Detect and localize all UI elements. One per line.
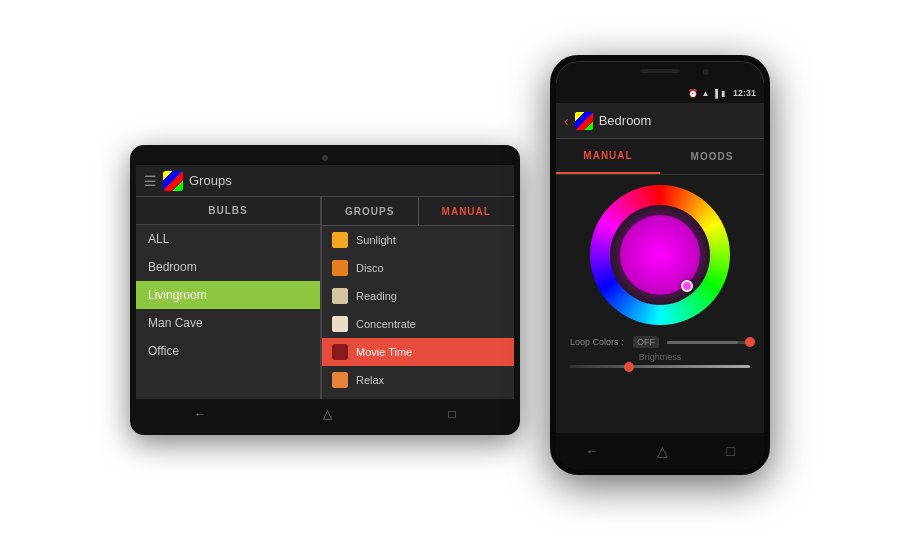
loop-colors-value: OFF bbox=[633, 336, 659, 348]
loop-colors-track[interactable] bbox=[667, 341, 750, 344]
bulbs-tab[interactable]: BULBS bbox=[136, 197, 320, 225]
loop-colors-section: Loop Colors : OFF Brightness bbox=[556, 330, 764, 378]
tablet-content: BULBS ALL Bedroom Livingroom Man Cave Of… bbox=[136, 197, 514, 399]
mood-reading[interactable]: Reading bbox=[322, 282, 514, 310]
relax-swatch bbox=[332, 372, 348, 388]
mood-sunlight[interactable]: Sunlight bbox=[322, 226, 514, 254]
phone-app-icon bbox=[575, 112, 593, 130]
brightness-track[interactable] bbox=[570, 365, 750, 368]
mood-movietime[interactable]: Movie Time bbox=[322, 338, 514, 366]
phone-home-icon[interactable]: △ bbox=[657, 443, 668, 459]
phone-wrapper: ⏰ ▲ ▐ ▮ 12:31 ‹ Bedroom MANUAL bbox=[550, 55, 770, 475]
concentrate-swatch bbox=[332, 316, 348, 332]
tablet-screen: ☰ Groups BULBS ALL Bedroom Livingroom Ma… bbox=[136, 165, 514, 399]
recents-nav-icon[interactable]: □ bbox=[448, 407, 455, 421]
phone-recents-icon[interactable]: □ bbox=[726, 443, 734, 459]
color-wheel-area[interactable] bbox=[556, 175, 764, 330]
mood-concentrate[interactable]: Concentrate bbox=[322, 310, 514, 338]
alarm-icon: ⏰ bbox=[688, 89, 698, 98]
mood-disco[interactable]: Disco bbox=[322, 254, 514, 282]
wifi-icon: ▲ bbox=[701, 89, 709, 98]
list-item-livingroom[interactable]: Livingroom bbox=[136, 281, 320, 309]
back-button[interactable]: ‹ bbox=[564, 113, 569, 129]
status-icons: ⏰ ▲ ▐ ▮ bbox=[688, 89, 725, 98]
menu-icon[interactable]: ☰ bbox=[144, 173, 157, 189]
tablet-nav-bar: ← △ □ bbox=[136, 399, 514, 429]
tablet-camera-bar bbox=[136, 151, 514, 165]
list-item-all[interactable]: ALL bbox=[136, 225, 320, 253]
tablet-device: ☰ Groups BULBS ALL Bedroom Livingroom Ma… bbox=[130, 145, 520, 435]
status-time: 12:31 bbox=[733, 88, 756, 98]
back-nav-icon[interactable]: ← bbox=[194, 407, 206, 421]
tablet-title: Groups bbox=[189, 173, 232, 188]
loop-colors-thumb[interactable] bbox=[745, 337, 755, 347]
list-item-office[interactable]: Office bbox=[136, 337, 320, 365]
list-item-bedroom[interactable]: Bedroom bbox=[136, 253, 320, 281]
phone-back-icon[interactable]: ← bbox=[585, 443, 599, 459]
tablet-header: ☰ Groups bbox=[136, 165, 514, 197]
list-item-mancave[interactable]: Man Cave bbox=[136, 309, 320, 337]
tablet-right-column: GROUPS MANUAL Sunlight Disco bbox=[322, 197, 514, 399]
signal-icon: ▐ bbox=[712, 89, 718, 98]
groups-tab[interactable]: GROUPS bbox=[322, 197, 419, 225]
loop-colors-row: Loop Colors : OFF bbox=[570, 336, 750, 348]
phone-screen: ⏰ ▲ ▐ ▮ 12:31 ‹ Bedroom MANUAL bbox=[556, 83, 764, 433]
phone-app-header: ‹ Bedroom bbox=[556, 103, 764, 139]
disco-swatch bbox=[332, 260, 348, 276]
tablet-camera bbox=[322, 155, 328, 161]
scene: ☰ Groups BULBS ALL Bedroom Livingroom Ma… bbox=[0, 0, 900, 560]
phone-status-bar: ⏰ ▲ ▐ ▮ 12:31 bbox=[556, 83, 764, 103]
tab-moods[interactable]: MOODS bbox=[660, 139, 764, 174]
manual-tab[interactable]: MANUAL bbox=[419, 197, 515, 225]
phone-speaker bbox=[640, 69, 680, 73]
battery-icon: ▮ bbox=[721, 89, 725, 98]
phone-tabs: MANUAL MOODS bbox=[556, 139, 764, 175]
reading-swatch bbox=[332, 288, 348, 304]
brightness-thumb[interactable] bbox=[624, 362, 634, 372]
sunlight-swatch bbox=[332, 232, 348, 248]
tab-manual[interactable]: MANUAL bbox=[556, 139, 660, 174]
brightness-row bbox=[570, 365, 750, 368]
mood-relax[interactable]: Relax bbox=[322, 366, 514, 394]
phone-device: ⏰ ▲ ▐ ▮ 12:31 ‹ Bedroom MANUAL bbox=[550, 55, 770, 475]
phone-nav-bar: ← △ □ bbox=[556, 433, 764, 469]
brightness-label: Brightness bbox=[570, 352, 750, 362]
home-nav-icon[interactable]: △ bbox=[323, 407, 332, 421]
app-icon bbox=[163, 171, 183, 191]
color-wheel[interactable] bbox=[590, 185, 730, 325]
movietime-swatch bbox=[332, 344, 348, 360]
loop-colors-label: Loop Colors : bbox=[570, 337, 625, 347]
phone-room-title: Bedroom bbox=[599, 113, 756, 128]
tablet-left-column: BULBS ALL Bedroom Livingroom Man Cave Of… bbox=[136, 197, 321, 399]
phone-camera bbox=[703, 69, 709, 75]
